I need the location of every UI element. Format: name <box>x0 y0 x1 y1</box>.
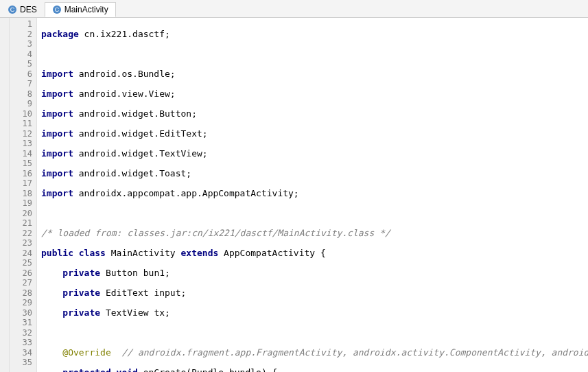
line-number: 30 <box>10 308 32 318</box>
breakpoint-gutter[interactable] <box>0 18 10 372</box>
line-number: 24 <box>10 248 32 259</box>
line-number: 29 <box>10 298 32 308</box>
code-line: import android.view.View; <box>41 89 588 100</box>
code-line: import android.widget.Button; <box>41 109 588 119</box>
tab-des[interactable]: C DES <box>0 2 45 17</box>
line-number: 16 <box>10 169 32 179</box>
line-number: 3 <box>10 39 32 49</box>
line-number: 33 <box>10 338 32 348</box>
line-number: 35 <box>10 358 32 368</box>
line-number: 9 <box>10 99 32 109</box>
line-number: 15 <box>10 159 32 169</box>
code-line: private EditText input; <box>41 288 588 299</box>
svg-text:C: C <box>54 6 59 13</box>
line-number: 8 <box>10 89 32 100</box>
code-line <box>41 209 588 219</box>
code-line: import android.widget.TextView; <box>41 149 588 159</box>
line-number: 25 <box>10 258 32 268</box>
line-number: 5 <box>10 59 32 69</box>
code-area[interactable]: package cn.ix221.dasctf; import android.… <box>37 18 588 372</box>
svg-text:C: C <box>10 6 15 13</box>
code-line: /* loaded from: classes.jar:cn/ix221/das… <box>41 229 588 239</box>
tabs-bar: C DES C MainActivity <box>0 0 588 18</box>
code-line: import android.os.Bundle; <box>41 69 588 80</box>
line-number: 32 <box>10 328 32 338</box>
tab-mainactivity[interactable]: C MainActivity <box>45 2 116 17</box>
code-line: import android.widget.Toast; <box>41 169 588 179</box>
class-icon: C <box>8 5 17 14</box>
line-number: 31 <box>10 318 32 328</box>
line-number: 21 <box>10 218 32 229</box>
code-line: package cn.ix221.dasctf; <box>41 30 588 40</box>
line-number: 23 <box>10 238 32 248</box>
line-number: 2 <box>10 30 32 40</box>
class-icon: C <box>52 5 62 14</box>
code-line: import android.widget.EditText; <box>41 129 588 139</box>
line-number: 28 <box>10 288 32 299</box>
line-number: 26 <box>10 268 32 279</box>
line-number: 19 <box>10 198 32 209</box>
line-gutter: 1 2 3 4 5 6 7 8 9 10 11 12 13 14 15 16 1… <box>10 18 37 372</box>
line-number: 18 <box>10 189 32 199</box>
code-line: private TextView tx; <box>41 308 588 318</box>
tab-label: MainActivity <box>64 5 108 14</box>
line-number: 22 <box>10 229 32 239</box>
line-number: 11 <box>10 119 32 129</box>
line-number: 27 <box>10 278 32 288</box>
line-number: 10 <box>10 109 32 119</box>
code-line: import androidx.appcompat.app.AppCompatA… <box>41 189 588 199</box>
line-number: 6 <box>10 69 32 80</box>
code-line <box>41 49 588 60</box>
line-number: 13 <box>10 139 32 149</box>
code-line: @Override // androidx.fragment.app.Fragm… <box>41 348 588 358</box>
line-number: 20 <box>10 209 32 219</box>
code-line: private Button bun1; <box>41 268 588 279</box>
tab-label: DES <box>20 5 37 14</box>
line-number: 34 <box>10 348 32 358</box>
code-line: public class MainActivity extends AppCom… <box>41 248 588 259</box>
line-number: 4 <box>10 49 32 60</box>
line-number: 7 <box>10 79 32 89</box>
line-number: 1 <box>10 19 32 30</box>
line-number: 12 <box>10 129 32 139</box>
code-line <box>41 328 588 338</box>
code-line: protected void onCreate(Bundle bundle) { <box>41 368 588 373</box>
line-number: 17 <box>10 178 32 189</box>
editor: 1 2 3 4 5 6 7 8 9 10 11 12 13 14 15 16 1… <box>0 18 588 372</box>
line-number: 14 <box>10 149 32 159</box>
